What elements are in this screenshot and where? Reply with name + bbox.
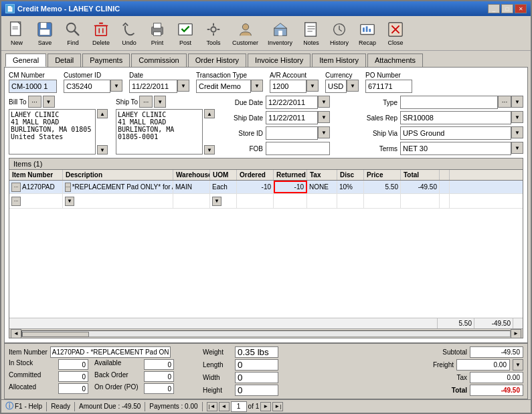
find-button[interactable]: Find [60,18,86,48]
prev-page-btn[interactable]: ◄ [219,402,230,411]
tab-general[interactable]: General [5,54,46,67]
committed-value[interactable] [58,371,88,382]
empty-uom-dropdown[interactable]: ▼ [212,197,221,206]
back-order-value[interactable] [144,371,174,382]
first-page-btn[interactable]: |◄ [207,402,217,411]
type-dropdown[interactable]: ▼ [511,96,523,108]
on-order-value[interactable] [144,383,174,394]
terms-input[interactable] [400,142,511,155]
desc-ellipsis[interactable]: ··· [65,183,71,192]
tax-value[interactable] [470,372,523,383]
store-id-input[interactable] [266,126,318,140]
type-input[interactable] [400,96,498,109]
due-date-dropdown[interactable]: ▼ [318,96,330,108]
ship-via-input[interactable] [400,126,511,140]
cell-returned[interactable]: -10 [274,181,307,193]
page-input[interactable] [231,401,247,412]
store-id-dropdown[interactable]: ▼ [318,126,330,138]
customer-id-dropdown[interactable]: ▼ [110,80,122,92]
ship-to-dropdown[interactable]: ▼ [154,96,166,108]
length-input[interactable] [235,359,278,371]
in-stock-value[interactable] [58,359,88,370]
customer-button[interactable]: Customer [229,18,262,48]
sales-rep-input[interactable] [400,111,511,124]
recap-button[interactable]: Recap [355,18,380,48]
height-input[interactable] [235,385,278,396]
close-button[interactable]: ✕ [515,4,527,13]
last-page-btn[interactable]: ►| [272,402,283,411]
bill-to-scroll-down[interactable]: ▼ [97,145,108,154]
weight-input[interactable] [235,346,278,358]
date-input[interactable] [129,80,177,93]
scroll-track[interactable] [21,330,511,337]
save-button[interactable]: Save [32,18,58,48]
bill-to-dropdown[interactable]: ▼ [43,96,55,108]
currency-dropdown[interactable]: ▼ [347,80,359,92]
close-toolbar-button[interactable]: Close [383,18,408,48]
undo-button[interactable]: Undo [116,18,142,48]
po-number-input[interactable] [365,80,412,93]
new-button[interactable]: New [4,18,29,48]
on-order-label: On Order (PO) [94,383,141,394]
history-button[interactable]: History [327,18,352,48]
bill-to-scroll-up[interactable]: ▲ [97,109,108,118]
maximize-button[interactable]: □ [501,4,513,13]
cm-number-input[interactable] [9,80,57,93]
table-row[interactable]: ··· A1270PAD ··· *REPLACEMENT Pad ONLY* … [9,181,523,194]
items-tab-label[interactable]: Items (1) [9,159,523,170]
tab-payments[interactable]: Payments [82,54,130,67]
ar-account-input[interactable] [270,80,306,93]
ship-via-dropdown[interactable]: ▼ [511,126,523,138]
freight-dropdown[interactable]: ▼ [513,359,523,371]
ship-to-scroll-down[interactable]: ▼ [204,145,215,154]
ship-date-dropdown[interactable]: ▼ [318,111,330,123]
ship-to-ellipsis[interactable]: ··· [139,96,153,108]
fob-input[interactable] [266,142,330,155]
tools-button[interactable]: Tools [201,18,226,48]
customer-id-input[interactable] [64,80,110,93]
bill-to-ellipsis[interactable]: ··· [28,96,41,108]
empty-desc-dropdown[interactable]: ▼ [65,197,74,206]
notes-button[interactable]: Notes [298,18,324,48]
currency-input[interactable] [325,80,347,93]
date-dropdown[interactable]: ▼ [177,80,189,92]
freight-value[interactable] [456,359,510,371]
total-value[interactable] [470,385,523,396]
tab-detail[interactable]: Detail [48,54,81,67]
terms-dropdown[interactable]: ▼ [511,142,523,154]
transaction-type-input[interactable] [196,80,251,93]
tab-order-history[interactable]: Order History [188,54,246,67]
inventory-button[interactable]: Inventory [264,18,296,48]
type-ellipsis[interactable]: ··· [498,96,511,108]
delete-button[interactable]: Delete [88,18,114,48]
empty-ellipsis[interactable]: ··· [11,197,21,206]
tab-invoice-history[interactable]: Invoice History [248,54,311,67]
table-row-empty1[interactable]: ··· ▼ ▼ [9,194,523,209]
scroll-left-btn[interactable]: ◄ [11,329,21,338]
subtotal-value[interactable] [470,346,523,358]
ar-account-dropdown[interactable]: ▼ [306,80,319,92]
allocated-value[interactable] [58,383,88,394]
width-input[interactable] [235,372,278,383]
bill-to-textarea[interactable]: LAHEY CLINIC 41 MALL ROAD BURLINGTON, MA… [9,109,96,154]
ship-date-input[interactable] [266,111,318,124]
tab-commission[interactable]: Commission [131,54,187,67]
scroll-right-btn[interactable]: ► [511,329,521,338]
horizontal-scrollbar[interactable]: ◄ ► [9,328,523,338]
post-button[interactable]: Post [173,18,198,48]
transaction-type-dropdown[interactable]: ▼ [251,80,263,92]
tab-attachments[interactable]: Attachments [367,54,423,67]
item-ellipsis[interactable]: ··· [11,183,21,192]
minimize-button[interactable]: _ [488,4,500,13]
print-button[interactable]: Print [145,18,170,48]
ship-to-scroll-up[interactable]: ▲ [204,109,215,118]
available-value[interactable] [144,359,174,370]
scroll-thumb[interactable] [22,332,89,337]
tab-item-history[interactable]: Item History [312,54,366,67]
item-number-info-input[interactable] [50,346,171,358]
next-page-btn[interactable]: ► [260,402,271,411]
ship-to-textarea[interactable]: LAHEY CLINIC 41 MALL ROAD BURLINGTON, MA… [116,109,203,154]
sales-rep-dropdown[interactable]: ▼ [511,111,523,123]
due-date-input[interactable] [266,96,318,109]
svg-rect-5 [40,29,50,35]
